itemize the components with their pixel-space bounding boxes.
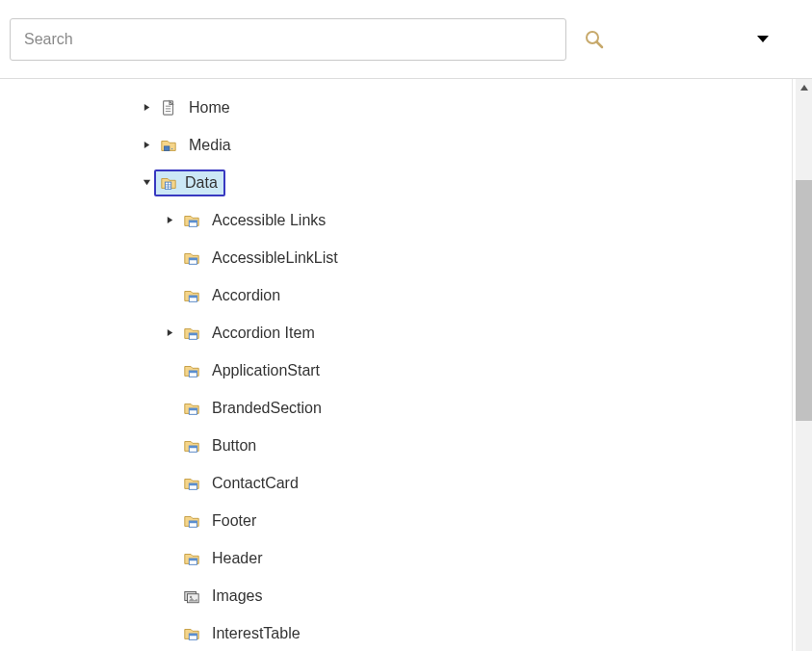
folder-icon xyxy=(181,248,202,268)
tree-node-label: BrandedSection xyxy=(208,399,326,418)
scrollbar-track[interactable] xyxy=(796,79,812,651)
tree-node-applicationstart[interactable]: ApplicationStart xyxy=(19,352,792,389)
scrollbar-up-icon[interactable] xyxy=(796,79,812,95)
folder-icon xyxy=(181,511,202,531)
expander-icon xyxy=(162,626,177,641)
tree-node-accessiblelinklist[interactable]: AccessibleLinkList xyxy=(19,239,792,276)
folder-icon xyxy=(181,324,202,343)
expander-icon xyxy=(162,363,177,378)
tree-panel: HomeMediaDataAccessible LinksAccessibleL… xyxy=(19,79,793,651)
expander-icon xyxy=(162,476,177,491)
expander-icon xyxy=(162,250,177,266)
tree-node-button[interactable]: Button xyxy=(19,427,792,464)
tree-node-label: Images xyxy=(208,586,266,606)
dropdown-arrow-icon[interactable] xyxy=(756,31,770,47)
tree-node-label: Data xyxy=(185,174,218,192)
tree-node-label: ContactCard xyxy=(208,474,302,493)
folder-icon xyxy=(181,436,202,456)
header-bar xyxy=(0,0,812,79)
tree-node-selected[interactable]: Data xyxy=(154,169,225,196)
tree-node-brandedsection[interactable]: BrandedSection xyxy=(19,389,792,427)
tree-node-label: Accordion xyxy=(208,286,284,305)
svg-line-1 xyxy=(597,41,603,47)
file-icon xyxy=(158,98,179,117)
tree-node-label: InterestTable xyxy=(208,624,304,643)
tree-node-accordion[interactable]: Accordion xyxy=(19,276,792,314)
search-input[interactable] xyxy=(10,18,566,61)
tree-node-label: Footer xyxy=(208,511,260,531)
content-tree: HomeMediaDataAccessible LinksAccessibleL… xyxy=(19,79,792,651)
media-icon xyxy=(158,136,179,155)
expander-icon[interactable] xyxy=(162,326,177,341)
tree-node-footer[interactable]: Footer xyxy=(19,502,792,539)
tree-node-label: Media xyxy=(185,136,235,155)
folder-icon xyxy=(181,286,202,305)
tree-node-interesttable[interactable]: InterestTable xyxy=(19,614,792,651)
images-icon xyxy=(181,586,202,606)
expander-icon[interactable] xyxy=(139,175,154,191)
folder-icon xyxy=(181,549,202,568)
folder-icon xyxy=(181,474,202,493)
folder-icon xyxy=(181,624,202,643)
tree-node-images[interactable]: Images xyxy=(19,577,792,614)
folder-icon xyxy=(181,211,202,230)
tree-node-label: Button xyxy=(208,436,260,456)
data-icon xyxy=(158,173,179,193)
tree-node-accordion-item[interactable]: Accordion Item xyxy=(19,314,792,352)
expander-icon xyxy=(162,588,177,604)
tree-node-home[interactable]: Home xyxy=(19,89,792,126)
search-icon[interactable] xyxy=(584,29,605,50)
tree-node-data[interactable]: Data xyxy=(19,164,792,201)
tree-node-label: Header xyxy=(208,549,266,568)
tree-node-header[interactable]: Header xyxy=(19,539,792,577)
folder-icon xyxy=(181,361,202,380)
expander-icon[interactable] xyxy=(139,138,154,153)
expander-icon xyxy=(162,401,177,416)
tree-node-contactcard[interactable]: ContactCard xyxy=(19,464,792,502)
tree-node-label: AccessibleLinkList xyxy=(208,248,342,268)
expander-icon[interactable] xyxy=(139,100,154,116)
tree-node-label: ApplicationStart xyxy=(208,361,324,380)
tree-node-accessible-links[interactable]: Accessible Links xyxy=(19,201,792,239)
scrollbar-thumb[interactable] xyxy=(796,180,812,421)
tree-node-media[interactable]: Media xyxy=(19,126,792,164)
expander-icon xyxy=(162,551,177,566)
tree-node-label: Accessible Links xyxy=(208,211,329,230)
tree-node-label: Accordion Item xyxy=(208,324,319,343)
folder-icon xyxy=(181,399,202,418)
tree-node-label: Home xyxy=(185,98,234,117)
expander-icon xyxy=(162,438,177,454)
expander-icon xyxy=(162,288,177,303)
expander-icon xyxy=(162,513,177,529)
expander-icon[interactable] xyxy=(162,213,177,228)
